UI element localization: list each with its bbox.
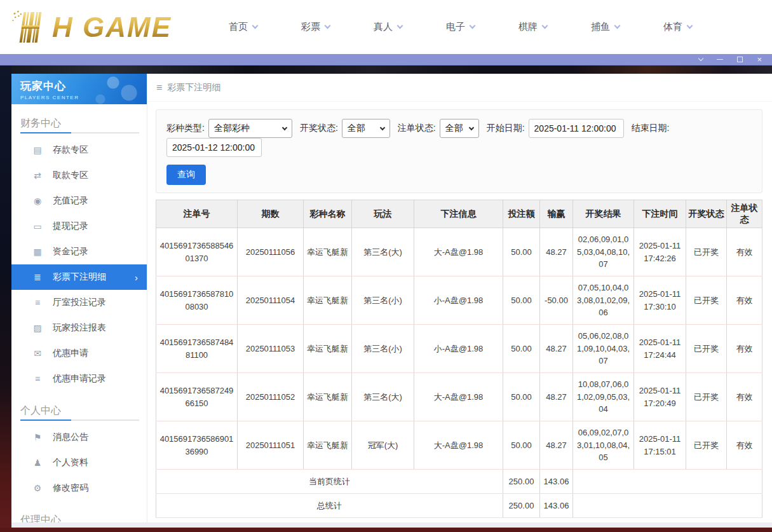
sidebar-item-提现记录[interactable]: ▭提现记录 bbox=[11, 214, 147, 239]
order-status-select[interactable]: 全部 bbox=[440, 119, 479, 138]
cell-period: 20250111056 bbox=[238, 228, 304, 276]
filter-row: 彩种类型: 全部彩种 开奖状态: 全部 注单状态: bbox=[166, 119, 752, 157]
sidebar-item-修改密码[interactable]: ⚙修改密码 bbox=[11, 475, 147, 501]
cell-draw-status: 已开奖 bbox=[686, 228, 727, 276]
column-header-order-status: 注单状态 bbox=[727, 200, 762, 228]
table-row: 40156917365872496615020250111052幸运飞艇新第三名… bbox=[156, 373, 762, 421]
sidebar-item-消息公告[interactable]: ⚑消息公告 bbox=[11, 425, 147, 450]
nav-item-label: 体育 bbox=[663, 21, 682, 33]
sidebar-section-label: 代理中心 bbox=[20, 511, 139, 522]
cell-lottery-name: 幸运飞艇新 bbox=[304, 421, 352, 470]
cell-draw-result: 06,09,02,07,03,01,10,08,04,05 bbox=[573, 421, 634, 470]
bottom-gray-band bbox=[11, 522, 772, 528]
cell-win-loss: 48.27 bbox=[540, 325, 573, 373]
main-nav: 首页彩票真人电子棋牌捕鱼体育 bbox=[229, 21, 692, 33]
deposit-card-icon: ▤ bbox=[32, 145, 43, 155]
summary-bet-amount: 250.00 bbox=[503, 470, 540, 494]
withdrawal-record-icon: ▭ bbox=[32, 221, 43, 231]
sidebar-item-优惠申请[interactable]: ✉优惠申请 bbox=[11, 341, 147, 366]
cell-bet-time: 2025-01-11 17:15:01 bbox=[634, 421, 686, 470]
cell-order-status: 有效 bbox=[727, 276, 762, 325]
start-date-label: 开始日期: bbox=[487, 123, 525, 134]
cell-win-loss: 48.27 bbox=[540, 421, 573, 470]
cell-draw-result: 02,06,09,01,05,03,04,08,10,07 bbox=[573, 228, 634, 276]
sidebar-item-取款专区[interactable]: ⇄取款专区 bbox=[11, 163, 147, 188]
cell-order-no: 401569173658781008030 bbox=[156, 276, 238, 325]
column-header-lottery-name: 彩种名称 bbox=[304, 200, 352, 228]
cell-bet-amount: 50.00 bbox=[503, 228, 540, 276]
cell-play-type: 第三名(大) bbox=[352, 228, 414, 276]
search-button[interactable]: 查询 bbox=[166, 165, 206, 185]
cell-bet-info: 小-A盘@1.98 bbox=[414, 276, 503, 325]
column-header-draw-result: 开奖结果 bbox=[573, 200, 634, 228]
nav-item-真人[interactable]: 真人 bbox=[374, 21, 402, 33]
sidebar-item-彩票下注明细[interactable]: ≣彩票下注明细› bbox=[11, 264, 147, 290]
cell-win-loss: 48.27 bbox=[540, 228, 573, 276]
column-header-bet-amount: 投注额 bbox=[503, 200, 540, 228]
bottom-edge-decoration bbox=[0, 528, 772, 532]
cell-period: 20250111054 bbox=[238, 276, 304, 325]
sidebar-item-充值记录[interactable]: ◉充值记录 bbox=[11, 188, 147, 214]
sidebar-item-存款专区[interactable]: ▤存款专区 bbox=[11, 137, 147, 163]
sidebar-item-label: 修改密码 bbox=[53, 482, 88, 494]
nav-item-电子[interactable]: 电子 bbox=[446, 21, 475, 33]
sidebar: 玩家中心 PLAYERS CENTER 财务中心▤存款专区⇄取款专区◉充值记录▭… bbox=[11, 74, 147, 522]
sidebar-item-玩家投注报表[interactable]: ▨玩家投注报表 bbox=[11, 315, 147, 341]
start-date-input[interactable] bbox=[529, 119, 624, 138]
cell-lottery-name: 幸运飞艇新 bbox=[304, 373, 352, 421]
person-icon: ♟ bbox=[32, 458, 43, 468]
nav-item-彩票[interactable]: 彩票 bbox=[301, 21, 330, 33]
column-header-period: 期数 bbox=[238, 200, 304, 228]
order-status-value: 全部 bbox=[445, 123, 463, 134]
window-minimize-button[interactable] bbox=[717, 59, 723, 60]
cell-win-loss: -50.00 bbox=[540, 276, 573, 325]
chevron-down-icon bbox=[542, 23, 548, 29]
cell-bet-time: 2025-01-11 17:42:26 bbox=[634, 228, 686, 276]
logo: H GAME bbox=[8, 9, 198, 46]
draw-status-select[interactable]: 全部 bbox=[342, 119, 390, 138]
lottery-type-select[interactable]: 全部彩种 bbox=[208, 119, 292, 138]
table-row: 40156917365878100803020250111054幸运飞艇新第三名… bbox=[156, 276, 762, 325]
cell-order-status: 有效 bbox=[727, 421, 762, 470]
summary-label: 当前页统计 bbox=[156, 470, 503, 494]
sidebar-item-资金记录[interactable]: ▦资金记录 bbox=[11, 239, 147, 264]
sidebar-item-label: 优惠申请 bbox=[53, 348, 88, 359]
nav-item-label: 棋牌 bbox=[518, 21, 538, 33]
promo-apply-record-icon: ≡ bbox=[32, 374, 43, 384]
end-date-label: 结束日期: bbox=[632, 123, 670, 134]
nav-item-棋牌[interactable]: 棋牌 bbox=[518, 21, 547, 33]
sidebar-item-个人资料[interactable]: ♟个人资料 bbox=[11, 450, 147, 475]
chevron-down-icon bbox=[282, 125, 287, 130]
sidebar-header: 玩家中心 PLAYERS CENTER bbox=[11, 74, 147, 104]
chevron-down-icon bbox=[397, 23, 403, 29]
window-maximize-button[interactable] bbox=[737, 57, 743, 62]
bets-table: 注单号期数彩种名称玩法下注信息投注额输赢开奖结果下注时间开奖状态注单状态 401… bbox=[156, 200, 762, 518]
cell-bet-time: 2025-01-11 17:24:44 bbox=[634, 325, 686, 373]
nav-item-体育[interactable]: 体育 bbox=[663, 21, 692, 33]
nav-item-捕鱼[interactable]: 捕鱼 bbox=[591, 21, 620, 33]
summary-win-loss: 143.06 bbox=[540, 494, 573, 518]
summary-empty-cell bbox=[573, 470, 762, 494]
sidebar-item-label: 存款专区 bbox=[53, 144, 88, 156]
nav-item-首页[interactable]: 首页 bbox=[229, 21, 257, 33]
cell-draw-status: 已开奖 bbox=[686, 276, 727, 325]
sidebar-section-label: 个人中心 bbox=[20, 402, 139, 419]
cell-lottery-name: 幸运飞艇新 bbox=[304, 325, 352, 373]
window-chevron-down-icon[interactable] bbox=[698, 56, 703, 61]
cell-bet-info: 大-A盘@1.98 bbox=[414, 228, 503, 276]
sidebar-item-厅室投注记录[interactable]: ≡厅室投注记录 bbox=[11, 290, 147, 315]
cell-order-no: 401569173658724966150 bbox=[156, 373, 238, 421]
workspace: 玩家中心 PLAYERS CENTER 财务中心▤存款专区⇄取款专区◉充值记录▭… bbox=[0, 65, 772, 532]
recharge-record-icon: ◉ bbox=[32, 196, 43, 206]
sidebar-item-优惠申请记录[interactable]: ≡优惠申请记录 bbox=[11, 366, 147, 392]
chevron-down-icon bbox=[380, 125, 385, 130]
end-date-input[interactable] bbox=[166, 138, 262, 157]
draw-status-label: 开奖状态: bbox=[300, 123, 338, 134]
nav-item-label: 真人 bbox=[374, 21, 393, 33]
cell-win-loss: 48.27 bbox=[540, 373, 573, 421]
top-navbar: H GAME 首页彩票真人电子棋牌捕鱼体育 bbox=[0, 0, 772, 54]
window-close-button[interactable]: × bbox=[757, 55, 762, 64]
cell-draw-status: 已开奖 bbox=[686, 325, 727, 373]
menu-icon: ≡ bbox=[156, 82, 162, 93]
summary-row: 总统计250.00143.06 bbox=[156, 494, 762, 518]
